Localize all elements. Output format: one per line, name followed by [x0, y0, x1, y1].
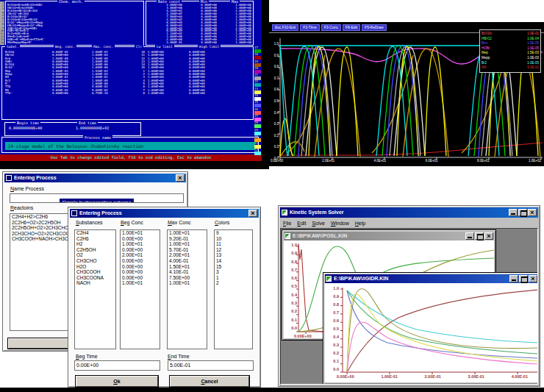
end-time-label: End time — [77, 121, 98, 125]
rate-row[interactable]: 3.000E-010.000E+001.000E+08 — [148, 41, 251, 44]
beg-conc-item[interactable]: 0.00E+00 — [121, 269, 160, 275]
plot-menu-item[interactable]: F6-Edit — [343, 24, 360, 31]
beg-conc-item[interactable]: 0.00E+00 — [121, 264, 160, 270]
gidr-title-bar[interactable]: E:\BP\KAW\#GIDR.KIN — [325, 274, 538, 283]
end-time-value[interactable]: 1.000000000E+02 — [76, 126, 109, 130]
minimize-icon[interactable] — [465, 232, 474, 240]
substance-item[interactable]: H2O — [75, 264, 115, 270]
max-conc-item[interactable]: 2.00E+01 — [168, 252, 207, 258]
color-item[interactable]: 13 — [215, 252, 252, 258]
max-conc-item[interactable]: 7.50E+00 — [168, 275, 207, 281]
substance-item[interactable]: O2 — [75, 252, 115, 258]
max-conc-item[interactable]: 1.00E+01 — [168, 241, 207, 247]
x-tick-label: 3.00E-01 — [468, 374, 484, 379]
substance-item[interactable]: C2H4 — [75, 230, 115, 236]
y-tick-label: 0.5 — [274, 99, 279, 103]
menu-item[interactable]: Help — [352, 219, 368, 227]
beg-conc-item[interactable]: 2.00E+01 — [121, 252, 160, 258]
dialog1-title: Entering Process — [14, 174, 175, 182]
color-item[interactable]: 2 — [215, 280, 252, 286]
substance-item[interactable]: C2H6 — [75, 236, 115, 242]
reaction-row[interactable]: MA+Mepp>Mep+R' — [7, 41, 142, 44]
process-name-field[interactable]: Simple hydrogenation scheme — [10, 193, 184, 203]
dialog2-title-bar[interactable]: Entering Process — [70, 209, 259, 218]
max-conc-item[interactable]: 4.00E-01 — [168, 258, 207, 264]
dialog1-title-bar[interactable]: Entering Process — [4, 174, 186, 182]
low-limit-header: Lw limit — [155, 45, 174, 49]
substance-item[interactable]: H2 — [75, 241, 115, 247]
beg-conc-item[interactable]: 0.00E+00 — [121, 258, 160, 264]
end-time-field[interactable]: 5.00E-01 — [168, 360, 254, 371]
beg-conc-listbox[interactable]: 1.00E+010.00E+001.00E+010.00E+002.00E+01… — [120, 229, 160, 349]
substance-list[interactable]: BrO3m 6.000E-02 1.000E-01 10 1.000E+00 0… — [5, 51, 251, 118]
kss-title-bar[interactable]: Kinetic System Solver — [280, 207, 538, 218]
color-item[interactable]: 1 — [215, 275, 252, 281]
close-icon[interactable] — [529, 275, 537, 282]
maximize-icon[interactable] — [475, 232, 484, 240]
max-conc-item[interactable]: 9.20E-01 — [168, 236, 207, 242]
substance-table-window: Subst. Beg. conc. Max. conc. Clr Lw limi… — [1, 46, 254, 120]
substance-item[interactable]: C2H5OH — [75, 247, 115, 253]
minimize-icon[interactable] — [509, 275, 518, 282]
substance-item[interactable]: NAOH — [75, 280, 115, 286]
beg-conc-item[interactable]: 0.00E+00 — [121, 236, 160, 242]
reaction-row-numbers: 1234567891011121314 — [0, 1, 4, 45]
substance-item[interactable]: CH3CHO — [75, 258, 115, 264]
y-tick-label: 1.0 — [333, 286, 339, 291]
color-item[interactable]: 11 — [215, 241, 252, 247]
close-icon[interactable] — [528, 209, 537, 216]
y-tick-label: 1.0 — [291, 243, 297, 247]
max-conc-item[interactable]: 1.50E+01 — [168, 264, 207, 270]
menu-item[interactable]: File — [280, 219, 294, 227]
beg-conc-item[interactable]: 0.00E+00 — [121, 247, 160, 253]
colors-listbox[interactable]: 9101112131415312 — [214, 229, 253, 349]
menu-item[interactable]: Window — [328, 219, 352, 227]
max-conc-item[interactable]: 1.00E+01 — [168, 280, 207, 286]
plot-menu-item[interactable]: F5-ReDraw — [362, 24, 387, 31]
y-tick-label: 0.3 — [333, 343, 339, 347]
maximize-icon[interactable] — [518, 209, 527, 216]
color-item[interactable]: 10 — [215, 236, 252, 242]
cancel-button[interactable]: Cancel — [170, 376, 249, 387]
color-item[interactable]: 9 — [215, 230, 252, 236]
menu-item[interactable]: Edit — [294, 219, 309, 227]
plot-menu-item[interactable]: F2-Time — [300, 24, 319, 31]
plot-menu-item[interactable]: F3-Conc — [321, 24, 341, 31]
process-name-input[interactable]: 24-stage model of the Belousov-Zhabotins… — [5, 142, 255, 150]
legend-row: MA5.0E-02 — [482, 65, 539, 71]
close-icon[interactable] — [248, 210, 257, 217]
max-conc-listbox[interactable]: 1.00E+019.20E-011.00E+015.70E-012.00E+01… — [167, 229, 207, 349]
y-tick-label: 0.2 — [274, 134, 279, 138]
close-icon[interactable] — [484, 232, 493, 240]
beg-time-field[interactable]: 0.00E+00 — [74, 360, 160, 371]
legend-row: BrO3m1.0E-01 — [482, 32, 539, 37]
minimize-icon[interactable] — [509, 209, 518, 216]
color-item[interactable]: 15 — [215, 264, 252, 270]
plot-menu-item[interactable]: Esc,F10-Exit — [272, 24, 298, 31]
substance-item[interactable]: CH3COOH — [75, 269, 115, 275]
substances-listbox[interactable]: C2H4C2H6H2C2H5OHO2CH3CHOH2OCH3COOHCH3COO… — [74, 229, 116, 349]
ok-button[interactable]: Ok — [76, 376, 158, 387]
rate-list[interactable]: 2.000E+000.000E+001.000E+08 3.000E+060.0… — [148, 4, 251, 44]
reaction-list[interactable]: BrO3m+Brm>HBrO2+HOBrHBrO2+Brm>2HOBrBrO3m… — [7, 4, 142, 44]
posl-title-bar[interactable]: E:\BP\KAW\!POSL.KIN — [284, 232, 494, 240]
substances-col-label: Substances — [76, 220, 103, 226]
substance-item[interactable]: CH3COONA — [75, 275, 115, 281]
beg-conc-item[interactable]: 0.00E+00 — [121, 275, 160, 281]
beg-conc-item[interactable]: 1.00E+01 — [121, 280, 160, 286]
begin-time-value[interactable]: 0.000000000E+00 — [9, 126, 42, 130]
max-conc-item[interactable]: 1.00E+01 — [168, 230, 207, 236]
max-conc-item[interactable]: 5.70E-01 — [168, 247, 207, 253]
maximize-icon[interactable] — [519, 275, 528, 282]
color-item[interactable]: 3 — [215, 269, 252, 275]
beg-conc-item[interactable]: 1.00E+01 — [121, 230, 160, 236]
close-icon[interactable] — [176, 174, 185, 182]
beg-conc-item[interactable]: 1.00E+01 — [121, 241, 160, 247]
menu-item[interactable]: Solve — [309, 219, 328, 227]
substance-row[interactable]: TTA' 0.000E+00 6.795E-10 8 1.000E+00 0.0… — [5, 92, 251, 95]
subst-header: Subst. — [5, 45, 20, 49]
max-conc-item[interactable]: 4.10E-01 — [168, 269, 207, 275]
color-item[interactable]: 12 — [215, 247, 252, 253]
color-item[interactable]: 14 — [215, 258, 252, 264]
y-tick-label: 0.4 — [291, 293, 297, 297]
